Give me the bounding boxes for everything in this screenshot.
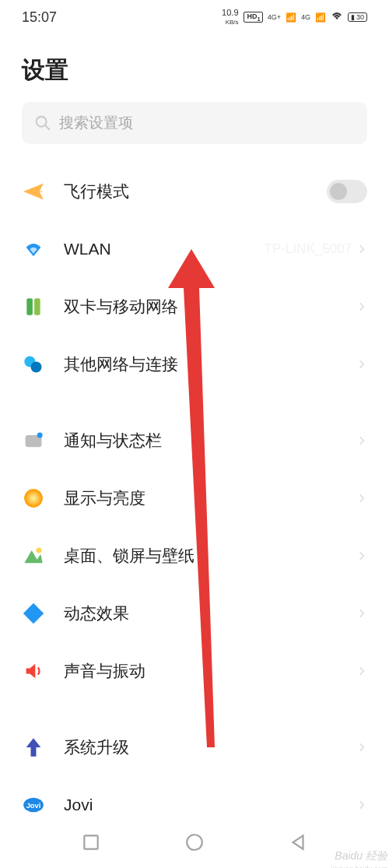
item-label: Jovi: [64, 796, 356, 814]
watermark-sub: jingyan.baidu.com: [331, 865, 387, 868]
signal-bars-1-icon: 📶: [286, 12, 296, 23]
status-indicators: 10.9KB/s HD1 4G+ 📶 4G 📶 ▮30: [219, 9, 367, 26]
item-label: 飞行模式: [64, 181, 327, 202]
svg-text:Jovi: Jovi: [26, 802, 41, 810]
item-label: 通知与状态栏: [64, 430, 356, 452]
settings-item-wlan[interactable]: WLAN TP-LINK_5007: [0, 220, 389, 278]
settings-item-other-network[interactable]: 其他网络与连接: [0, 336, 389, 393]
svg-point-10: [37, 548, 42, 553]
chevron-right-icon: [356, 608, 367, 619]
page-title: 设置: [0, 31, 389, 102]
settings-item-notification[interactable]: 通知与状态栏: [0, 412, 389, 469]
svg-point-5: [31, 362, 42, 373]
svg-rect-11: [23, 603, 44, 624]
settings-item-sound[interactable]: 声音与振动: [0, 642, 389, 700]
item-label: 显示与亮度: [64, 487, 356, 509]
settings-item-effects[interactable]: 动态效果: [0, 585, 389, 642]
wifi-icon: [22, 237, 45, 261]
nav-recent-icon[interactable]: [81, 832, 101, 852]
svg-point-9: [24, 489, 42, 507]
status-bar: 15:07 10.9KB/s HD1 4G+ 📶 4G 📶 ▮30: [0, 0, 389, 31]
signal-4g: 4G: [301, 13, 310, 21]
status-time: 15:07: [22, 9, 57, 26]
battery-icon: ▮30: [348, 12, 367, 22]
chevron-right-icon: [356, 359, 367, 370]
chevron-right-icon: [356, 435, 367, 446]
svg-point-7: [37, 433, 43, 438]
search-placeholder: 搜索设置项: [59, 113, 133, 133]
hd-icon: HD1: [244, 12, 263, 23]
search-icon: [34, 114, 51, 132]
signal-4g-plus: 4G+: [268, 13, 281, 21]
svg-rect-3: [34, 298, 40, 315]
settings-item-desktop[interactable]: 桌面、锁屏与壁纸: [0, 527, 389, 585]
item-label: 双卡与移动网络: [64, 296, 356, 318]
wifi-icon: [331, 12, 343, 23]
nav-back-icon[interactable]: [288, 832, 308, 852]
settings-item-dualsim[interactable]: 双卡与移动网络: [0, 278, 389, 336]
item-label: 桌面、锁屏与壁纸: [64, 545, 356, 567]
notification-icon: [22, 429, 45, 452]
airplane-icon: [22, 180, 45, 203]
item-label: 动态效果: [64, 603, 356, 624]
wlan-value: TP-LINK_5007: [265, 241, 352, 257]
search-input[interactable]: 搜索设置项: [22, 102, 367, 144]
settings-item-update[interactable]: 系统升级: [0, 719, 389, 776]
network-speed: 10.9KB/s: [220, 9, 238, 26]
chevron-right-icon: [356, 550, 367, 561]
brightness-icon: [22, 487, 45, 510]
chevron-right-icon: [356, 742, 367, 753]
item-label: 其他网络与连接: [64, 353, 356, 375]
update-icon: [22, 736, 45, 759]
nav-home-icon[interactable]: [184, 832, 205, 852]
network-icon: [22, 353, 45, 376]
chevron-right-icon: [356, 244, 367, 255]
chevron-right-icon: [356, 666, 367, 676]
sim-icon: [22, 295, 45, 318]
svg-line-1: [45, 125, 50, 130]
wallpaper-icon: [22, 544, 45, 568]
chevron-right-icon: [356, 493, 367, 504]
item-label: 声音与振动: [64, 660, 356, 682]
jovi-icon: Jovi: [22, 793, 45, 817]
item-label: WLAN: [64, 240, 265, 258]
item-label: 系统升级: [64, 736, 356, 758]
svg-point-15: [187, 835, 202, 850]
settings-item-display[interactable]: 显示与亮度: [0, 469, 389, 527]
airplane-toggle[interactable]: [327, 180, 367, 203]
signal-bars-2-icon: 📶: [315, 12, 326, 23]
effects-icon: [22, 602, 45, 625]
settings-item-airplane[interactable]: 飞行模式: [0, 163, 389, 220]
chevron-right-icon: [356, 301, 367, 312]
svg-rect-2: [26, 298, 33, 315]
chevron-right-icon: [356, 799, 367, 810]
sound-icon: [22, 659, 45, 683]
watermark: Baidu 经验: [335, 849, 387, 863]
system-navbar: [0, 824, 389, 860]
svg-rect-14: [84, 835, 97, 849]
